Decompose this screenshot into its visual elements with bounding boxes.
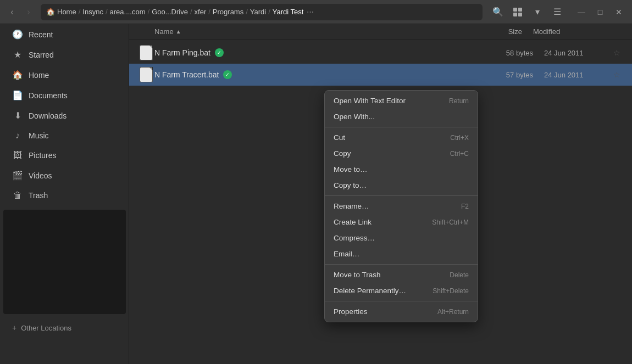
ctx-open-with[interactable]: Open With... xyxy=(325,109,478,125)
ctx-open-text-editor[interactable]: Open With Text Editor Return xyxy=(325,93,478,109)
breadcrumb-sep-3: / xyxy=(190,8,192,16)
forward-button[interactable]: › xyxy=(21,4,36,20)
svg-rect-3 xyxy=(518,13,522,16)
star-1[interactable]: ☆ xyxy=(610,70,623,79)
search-button[interactable]: 🔍 xyxy=(489,4,507,20)
music-icon: ♪ xyxy=(12,131,23,141)
sync-badge-0: ✓ xyxy=(215,48,224,57)
sidebar-label-videos: Videos xyxy=(29,171,117,180)
sidebar-item-documents[interactable]: 📄 Documents xyxy=(3,86,125,105)
ctx-copy[interactable]: Copy Ctrl+C xyxy=(325,145,478,161)
downloads-icon: ⬇ xyxy=(12,110,23,121)
sidebar-label-recent: Recent xyxy=(29,30,117,39)
close-button[interactable]: ✕ xyxy=(610,4,628,20)
documents-icon: 📄 xyxy=(12,90,23,100)
ctx-move-to-trash[interactable]: Move to Trash Delete xyxy=(325,267,478,283)
file-date-1: 24 Jun 2011 xyxy=(544,71,610,79)
content-area: Name ▲ Size Modified N Farm Ping.bat ✓ xyxy=(129,24,632,364)
ctx-delete-permanently[interactable]: Delete Permanently… Shift+Delete xyxy=(325,283,478,299)
ctx-compress[interactable]: Compress… xyxy=(325,230,478,246)
context-menu: Open With Text Editor Return Open With..… xyxy=(324,90,478,322)
back-button[interactable]: ‹ xyxy=(4,4,20,20)
trash-icon: 🗑 xyxy=(12,191,23,200)
view-dropdown-button[interactable]: ▾ xyxy=(529,4,546,20)
column-headers: Name ▲ Size Modified xyxy=(129,24,632,40)
breadcrumb-more-button[interactable]: ⋯ xyxy=(304,7,316,17)
file-date-0: 24 Jun 2011 xyxy=(544,49,610,57)
sidebar: 🕐 Recent ★ Starred 🏠 Home 📄 Documents ⬇ … xyxy=(0,24,129,364)
sidebar-item-downloads[interactable]: ⬇ Downloads xyxy=(3,106,125,125)
sidebar-item-pictures[interactable]: 🖼 Pictures xyxy=(3,146,125,165)
titlebar: ‹ › 🏠 Home / Insync / area....com / Goo.… xyxy=(0,0,632,24)
sidebar-label-home: Home xyxy=(29,71,117,80)
file-size-1: 57 bytes xyxy=(478,71,544,79)
maximize-button[interactable]: □ xyxy=(591,4,609,20)
other-locations-label: Other Locations xyxy=(21,324,71,332)
breadcrumb: 🏠 Home / Insync / area....com / Goo...Dr… xyxy=(41,4,483,20)
pictures-icon: 🖼 xyxy=(12,150,23,160)
sidebar-preview xyxy=(3,210,126,314)
sync-badge-1: ✓ xyxy=(223,70,232,79)
ctx-sep-4 xyxy=(325,301,478,301)
breadcrumb-sep-4: / xyxy=(208,8,210,16)
svg-rect-1 xyxy=(518,8,522,12)
svg-rect-0 xyxy=(513,8,517,12)
star-0[interactable]: ☆ xyxy=(610,48,623,57)
add-location-icon: + xyxy=(12,323,16,332)
breadcrumb-yardi[interactable]: Yardi xyxy=(250,8,266,16)
breadcrumb-sep-6: / xyxy=(268,8,270,16)
sidebar-label-pictures: Pictures xyxy=(29,151,117,160)
ctx-rename[interactable]: Rename… F2 xyxy=(325,198,478,214)
breadcrumb-xfer[interactable]: xfer xyxy=(195,8,207,16)
ctx-properties[interactable]: Properties Alt+Return xyxy=(325,304,478,320)
breadcrumb-insync[interactable]: Insync xyxy=(82,8,103,16)
sidebar-label-trash: Trash xyxy=(29,191,117,200)
sidebar-label-downloads: Downloads xyxy=(29,111,117,120)
file-name-0: N Farm Ping.bat ✓ xyxy=(154,48,478,57)
sidebar-item-videos[interactable]: 🎬 Videos xyxy=(3,166,125,185)
sidebar-other-locations[interactable]: + Other Locations xyxy=(3,319,125,337)
home-sidebar-icon: 🏠 xyxy=(12,70,23,80)
sidebar-item-starred[interactable]: ★ Starred xyxy=(3,45,125,64)
sidebar-item-recent[interactable]: 🕐 Recent xyxy=(3,25,125,44)
ctx-create-link[interactable]: Create Link Shift+Ctrl+M xyxy=(325,214,478,230)
view-toggle-button[interactable] xyxy=(509,4,526,20)
home-icon: 🏠 xyxy=(46,8,55,16)
nav-buttons: ‹ › xyxy=(4,4,36,20)
sidebar-item-home[interactable]: 🏠 Home xyxy=(3,65,125,85)
breadcrumb-drive[interactable]: Goo...Drive xyxy=(152,8,188,16)
breadcrumb-sep-5: / xyxy=(246,8,248,16)
breadcrumb-area[interactable]: area....com xyxy=(110,8,146,16)
ctx-cut[interactable]: Cut Ctrl+X xyxy=(325,130,478,145)
ctx-move-to[interactable]: Move to… xyxy=(325,161,478,177)
breadcrumb-programs[interactable]: Programs xyxy=(213,8,243,16)
col-modified-header: Modified xyxy=(533,27,610,36)
sidebar-item-trash[interactable]: 🗑 Trash xyxy=(3,186,125,205)
file-icon-0 xyxy=(138,45,154,60)
ctx-email[interactable]: Email… xyxy=(325,246,478,262)
col-name-header[interactable]: Name ▲ xyxy=(154,27,467,36)
minimize-button[interactable]: — xyxy=(573,4,590,20)
videos-icon: 🎬 xyxy=(12,170,23,181)
menu-button[interactable]: ☰ xyxy=(548,4,566,20)
ctx-sep-2 xyxy=(325,195,478,196)
ctx-copy-to[interactable]: Copy to… xyxy=(325,177,478,193)
ctx-sep-3 xyxy=(325,264,478,265)
breadcrumb-sep-2: / xyxy=(148,8,150,16)
sidebar-label-music: Music xyxy=(29,131,117,140)
starred-icon: ★ xyxy=(12,49,23,60)
sidebar-item-music[interactable]: ♪ Music xyxy=(3,126,125,145)
breadcrumb-home[interactable]: 🏠 Home xyxy=(46,8,76,16)
breadcrumb-yardi-test[interactable]: Yardi Test xyxy=(273,8,304,16)
table-row[interactable]: N Farm Ping.bat ✓ 58 bytes 24 Jun 2011 ☆ xyxy=(129,42,632,64)
recent-icon: 🕐 xyxy=(12,29,23,40)
sort-icon: ▲ xyxy=(176,29,181,35)
svg-rect-2 xyxy=(513,13,517,16)
ctx-sep-1 xyxy=(325,127,478,127)
main-layout: 🕐 Recent ★ Starred 🏠 Home 📄 Documents ⬇ … xyxy=(0,24,632,364)
breadcrumb-sep-1: / xyxy=(106,8,108,16)
file-size-0: 58 bytes xyxy=(478,49,544,57)
col-size-header: Size xyxy=(467,27,533,36)
table-row[interactable]: N Farm Tracert.bat ✓ 57 bytes 24 Jun 201… xyxy=(129,64,632,86)
window-controls: — □ ✕ xyxy=(573,4,628,20)
